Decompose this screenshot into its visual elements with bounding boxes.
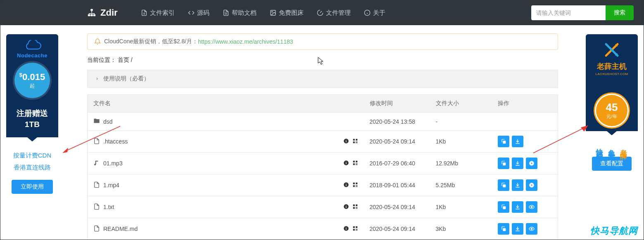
qrcode-icon[interactable] [352, 226, 358, 233]
info-icon[interactable]: i [343, 226, 349, 233]
copy-button[interactable] [498, 201, 509, 213]
download-button[interactable] [512, 179, 523, 191]
qrcode-icon[interactable] [352, 204, 358, 211]
svg-rect-15 [356, 141, 357, 142]
svg-rect-35 [356, 186, 356, 187]
nav-item-image-host[interactable]: 免费图床 [263, 0, 310, 25]
svg-rect-55 [356, 229, 356, 230]
file-link[interactable]: 1.txt [103, 204, 114, 210]
file-link[interactable]: 1.mp4 [103, 182, 119, 188]
search-box: 搜索 [531, 5, 634, 20]
file-actions [492, 196, 558, 218]
ad-left-text1: 按量计费CDN [6, 150, 58, 162]
nav-items: 文件索引 源码 帮助文档 免费图床 文件管理 关于 [134, 0, 531, 25]
svg-rect-10 [356, 139, 357, 141]
nav-item-about[interactable]: 关于 [357, 0, 392, 25]
svg-rect-45 [356, 208, 357, 209]
view-button[interactable] [526, 223, 537, 235]
file-size: 5.25Mb [430, 174, 492, 196]
copy-button[interactable] [498, 158, 509, 169]
ad-left-text2: 香港直连线路 [6, 162, 58, 174]
ad-left-description: 按量计费CDN 香港直连线路 [6, 150, 58, 173]
info-icon[interactable]: i [343, 182, 349, 189]
file-actions [492, 113, 558, 131]
notice-link[interactable]: https://www.xiaoz.me/archives/11183 [198, 38, 293, 45]
ad-left-line2: 1TB [6, 119, 58, 130]
svg-rect-46 [356, 208, 356, 209]
ad-right-col2: 免备案 [607, 143, 617, 149]
svg-rect-47 [356, 207, 357, 208]
svg-rect-42 [356, 205, 357, 206]
info-icon[interactable]: i [343, 160, 349, 167]
table-row: 01.mp3i2016-07-29 06:4012.92Mb [88, 153, 558, 174]
qrcode-icon[interactable] [352, 182, 358, 189]
download-button[interactable] [512, 158, 523, 169]
ad-right[interactable]: 老薛主机 LAOXUEHOST.COM 45 元/年 快速稳定 免备案 老品牌 … [586, 34, 638, 171]
help-panel[interactable]: 使用说明（必看） [87, 70, 558, 88]
breadcrumb-label: 当前位置： [87, 56, 116, 63]
ad-right-promo: 45 元/年 [586, 82, 638, 131]
file-type-icon [93, 138, 103, 146]
code-icon [188, 9, 195, 16]
file-mtime: 2020-05-24 13:58 [364, 113, 430, 131]
ad-right-description: 快速稳定 免备案 老品牌 [586, 143, 638, 149]
nav-label: 帮助文档 [232, 9, 257, 17]
svg-rect-53 [356, 226, 357, 228]
download-button[interactable] [512, 136, 523, 147]
nav-item-file-index[interactable]: 文件索引 [134, 0, 181, 25]
file-actions [492, 131, 558, 153]
file-mtime: 2016-07-29 06:40 [364, 153, 430, 174]
svg-rect-21 [353, 163, 354, 165]
info-icon[interactable]: i [343, 204, 349, 211]
svg-rect-44 [356, 207, 356, 208]
ad-left-line1: 注册赠送 [6, 108, 58, 119]
view-button[interactable] [526, 201, 537, 213]
file-size: 1Kb [430, 196, 492, 218]
download-button[interactable] [512, 223, 523, 235]
cloud-icon [22, 40, 43, 52]
svg-rect-19 [353, 161, 354, 162]
play-button[interactable] [526, 158, 537, 169]
file-link[interactable]: 01.mp3 [103, 160, 123, 167]
copy-button[interactable] [498, 179, 509, 191]
svg-rect-43 [353, 207, 354, 209]
copy-button[interactable] [498, 136, 509, 147]
file-link[interactable]: .htaccess [103, 138, 128, 145]
nav-item-docs[interactable]: 帮助文档 [216, 0, 263, 25]
file-link[interactable]: README.md [103, 226, 138, 232]
qrcode-icon[interactable] [352, 138, 358, 145]
col-header-info [323, 95, 364, 113]
info-icon [364, 9, 371, 16]
copy-button[interactable] [498, 223, 509, 235]
ad-left-price: 0.015 [22, 72, 45, 82]
svg-rect-25 [356, 163, 357, 164]
ad-left-button[interactable]: 立即使用 [12, 180, 53, 194]
nav-item-file-manage[interactable]: 文件管理 [310, 0, 357, 25]
ad-left-promo: 注册赠送 1TB [6, 102, 58, 137]
search-button[interactable]: 搜索 [606, 5, 634, 20]
info-icon[interactable]: i [343, 138, 349, 145]
svg-rect-58 [356, 229, 357, 230]
nav-item-source[interactable]: 源码 [181, 0, 216, 25]
file-mtime: 2020-05-24 09:14 [364, 196, 430, 218]
play-button[interactable] [526, 179, 537, 191]
ad-left[interactable]: Nodecache $0.015 起 注册赠送 1TB 按量计费CDN 香港直连… [6, 34, 58, 194]
breadcrumb: 当前位置： 首页 / [87, 56, 558, 64]
svg-rect-26 [503, 162, 506, 165]
file-type-icon [93, 160, 103, 167]
svg-rect-59 [503, 228, 506, 231]
file-icon [141, 9, 147, 16]
ad-right-button[interactable]: 查看配置 [592, 157, 632, 171]
file-link[interactable]: dsd [103, 118, 113, 125]
svg-rect-31 [356, 183, 357, 184]
breadcrumb-home[interactable]: 首页 [118, 56, 129, 63]
nav-label: 文件索引 [150, 9, 175, 17]
svg-point-5 [271, 12, 272, 12]
download-button[interactable] [512, 201, 523, 213]
col-header-action: 操作 [492, 95, 558, 113]
svg-rect-32 [353, 185, 354, 187]
brand[interactable]: Zdir [87, 7, 118, 18]
qrcode-icon[interactable] [352, 160, 358, 167]
svg-rect-48 [503, 206, 506, 209]
search-input[interactable] [531, 5, 606, 20]
